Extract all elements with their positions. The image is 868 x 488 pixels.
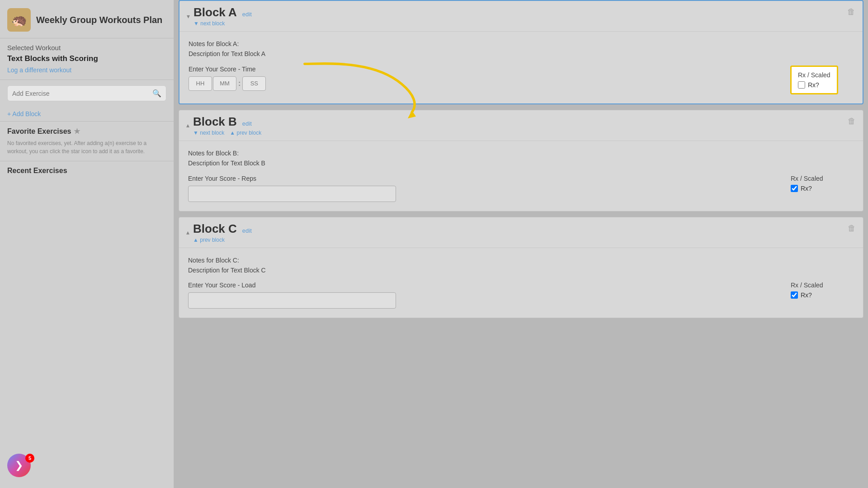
- main-content: ▾ Block A edit ▼ next block 🗑 Notes for …: [174, 0, 868, 488]
- block-b-score-label: Enter Your Score - Reps: [188, 175, 773, 182]
- block-c-score-left: Enter Your Score - Load: [188, 282, 773, 309]
- block-c-trash-button[interactable]: 🗑: [848, 224, 856, 233]
- block-a-header: ▾ Block A edit ▼ next block 🗑: [179, 1, 863, 32]
- block-b-score-left: Enter Your Score - Reps: [188, 175, 773, 202]
- block-c-card: ▴ Block C edit ▲ prev block 🗑 Notes for …: [179, 217, 863, 319]
- block-a-notes-line1: Notes for Block A:: [189, 39, 854, 49]
- add-block-button[interactable]: + Add Block: [0, 107, 174, 121]
- block-b-score-section: Enter Your Score - Reps Rx / Scaled Rx?: [188, 175, 854, 202]
- block-a-rx-checkbox[interactable]: [798, 81, 805, 89]
- chevron-up-icon: ▴: [186, 122, 189, 129]
- star-icon: ★: [74, 127, 80, 136]
- block-c-rx-title: Rx / Scaled: [791, 282, 854, 289]
- block-a-edit-link[interactable]: edit: [242, 11, 252, 18]
- block-c-prev-link[interactable]: ▲ prev block: [193, 237, 225, 243]
- block-a-score-left: Enter Your Score - Time :: [189, 66, 772, 91]
- block-c-score-input[interactable]: [188, 292, 396, 309]
- block-c-collapse[interactable]: ▴: [186, 229, 189, 236]
- block-a-rx-title: Rx / Scaled: [798, 71, 830, 79]
- block-c-score-section: Enter Your Score - Load Rx / Scaled Rx?: [188, 282, 854, 309]
- block-c-header: ▴ Block C edit ▲ prev block 🗑: [179, 217, 863, 248]
- block-c-notes: Notes for Block C: Description for Text …: [188, 255, 854, 276]
- block-c-rx-section: Rx / Scaled Rx?: [791, 282, 854, 299]
- block-b-nav: ▼ next block ▲ prev block: [193, 130, 261, 136]
- block-a-rx-highlighted-box: Rx / Scaled Rx?: [790, 66, 838, 94]
- block-a-time-inputs: :: [189, 76, 772, 91]
- block-a-card: ▾ Block A edit ▼ next block 🗑 Notes for …: [179, 0, 863, 104]
- block-c-nav: ▲ prev block: [193, 237, 252, 243]
- block-b-rx-title: Rx / Scaled: [791, 175, 854, 182]
- block-b-next-link[interactable]: ▼ next block: [193, 130, 224, 136]
- block-c-notes-line1: Notes for Block C:: [188, 255, 854, 265]
- block-a-trash-button[interactable]: 🗑: [847, 7, 855, 17]
- block-a-next-link[interactable]: ▼ next block: [193, 20, 225, 27]
- block-b-rx-checkbox-row: Rx?: [791, 185, 854, 192]
- block-c-score-label: Enter Your Score - Load: [188, 282, 773, 289]
- block-a-collapse[interactable]: ▾: [187, 13, 190, 20]
- block-a-rx-checkbox-row: Rx?: [798, 81, 830, 89]
- block-a-time-mm[interactable]: [213, 76, 236, 91]
- app-icon-bottom: ❯ 5: [7, 454, 34, 481]
- block-b-title-row: Block B edit ▼ next block ▲ prev block: [193, 115, 261, 136]
- favorites-heading: Favorite Exercises ★: [7, 127, 166, 136]
- favorites-description: No favorited exercises, yet. After addin…: [7, 139, 166, 155]
- workout-name: Text Blocks with Scoring: [7, 54, 166, 63]
- selected-workout-section: Selected Workout Text Blocks with Scorin…: [0, 38, 174, 80]
- block-a-rx-section: Rx / Scaled Rx?: [790, 66, 854, 94]
- notification-badge: 5: [25, 454, 34, 463]
- block-c-rx-checkbox-row: Rx?: [791, 291, 854, 299]
- time-colon: :: [237, 80, 241, 88]
- logo-emoji: 🦔: [11, 13, 27, 28]
- block-b-notes-line2: Description for Text Block B: [188, 158, 854, 168]
- app-title: Weekly Group Workouts Plan: [36, 14, 162, 25]
- favorite-exercises-section: Favorite Exercises ★ No favorited exerci…: [0, 121, 174, 161]
- block-b-notes-line1: Notes for Block B:: [188, 148, 854, 158]
- block-b-edit-link[interactable]: edit: [242, 120, 252, 127]
- block-a-body: Notes for Block A: Description for Text …: [179, 32, 863, 103]
- block-a-time-ss[interactable]: [242, 76, 266, 91]
- search-input[interactable]: [12, 90, 149, 97]
- sidebar-bottom: ❯ 5: [0, 446, 174, 488]
- block-a-rx-label: Rx?: [808, 81, 819, 89]
- selected-workout-label: Selected Workout: [7, 44, 166, 52]
- block-b-body: Notes for Block B: Description for Text …: [179, 141, 863, 211]
- block-a-score-section: Enter Your Score - Time : Rx / Scal: [189, 66, 854, 94]
- sidebar-header: 🦔 Weekly Group Workouts Plan: [0, 0, 174, 38]
- log-different-workout-link[interactable]: Log a different workout: [7, 66, 71, 74]
- block-a-title: Block A: [193, 5, 237, 19]
- block-c-title: Block C: [193, 222, 237, 236]
- block-b-collapse[interactable]: ▴: [186, 122, 189, 129]
- block-b-score-input[interactable]: [188, 186, 396, 202]
- block-b-rx-section: Rx / Scaled Rx?: [791, 175, 854, 192]
- block-c-rx-checkbox[interactable]: [791, 291, 798, 299]
- block-b-prev-link[interactable]: ▲ prev block: [230, 130, 261, 136]
- block-b-notes: Notes for Block B: Description for Text …: [188, 148, 854, 169]
- block-a-score-label: Enter Your Score - Time: [189, 66, 772, 73]
- block-b-card: ▴ Block B edit ▼ next block ▲ prev block…: [179, 110, 863, 211]
- block-b-rx-checkbox[interactable]: [791, 185, 798, 192]
- app-logo: 🦔: [7, 8, 31, 32]
- block-b-rx-label: Rx?: [801, 185, 812, 192]
- chevron-down-icon: ▾: [187, 13, 190, 20]
- block-c-notes-line2: Description for Text Block C: [188, 265, 854, 275]
- block-b-trash-button[interactable]: 🗑: [848, 117, 856, 126]
- recent-exercises-section: Recent Exercises: [0, 161, 174, 184]
- block-a-notes: Notes for Block A: Description for Text …: [189, 39, 854, 59]
- add-exercise-search[interactable]: 🔍: [7, 85, 166, 101]
- block-a-nav: ▼ next block: [193, 20, 252, 27]
- block-c-body: Notes for Block C: Description for Text …: [179, 248, 863, 318]
- block-c-title-row: Block C edit ▲ prev block: [193, 222, 252, 243]
- chevron-up-icon-c: ▴: [186, 229, 189, 236]
- block-b-header: ▴ Block B edit ▼ next block ▲ prev block…: [179, 110, 863, 141]
- block-a-notes-line2: Description for Text Block A: [189, 49, 854, 59]
- block-c-edit-link[interactable]: edit: [242, 227, 252, 234]
- recent-heading: Recent Exercises: [7, 167, 166, 175]
- block-c-rx-label: Rx?: [801, 291, 812, 299]
- block-a-title-row: Block A edit ▼ next block: [193, 5, 252, 27]
- block-b-title: Block B: [193, 115, 237, 129]
- search-icon: 🔍: [152, 89, 161, 98]
- block-a-time-hh[interactable]: [189, 76, 212, 91]
- sidebar: 🦔 Weekly Group Workouts Plan Selected Wo…: [0, 0, 174, 488]
